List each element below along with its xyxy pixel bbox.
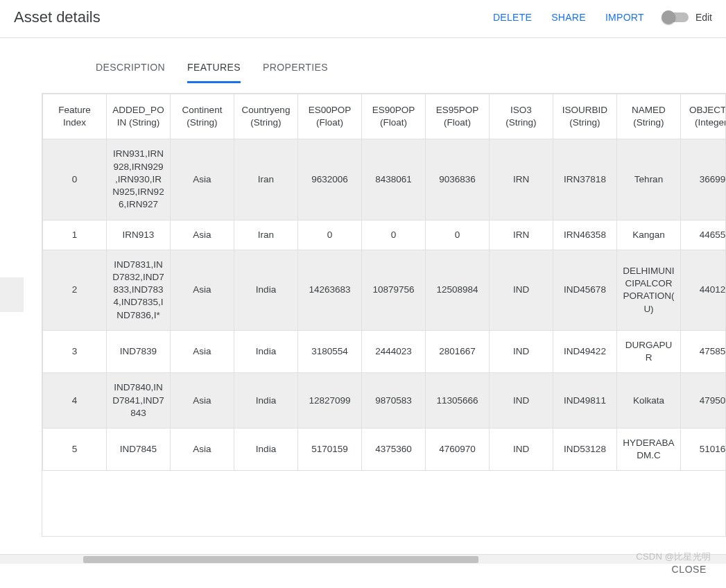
table-cell: IRN46358: [553, 220, 617, 250]
table-cell: 51016: [681, 428, 727, 470]
table-cell: Asia: [171, 139, 234, 220]
column-header: Continent (String): [171, 94, 234, 139]
dialog-header: Asset details DELETE SHARE IMPORT Edit: [0, 0, 726, 38]
table-cell: Asia: [171, 250, 234, 330]
tab-bar: DESCRIPTION FEATURES PROPERTIES: [42, 38, 726, 83]
table-head: Feature IndexADDED_POIN (String)Continen…: [43, 94, 727, 139]
table-row[interactable]: 5IND7845AsiaIndia517015943753604760970IN…: [43, 428, 727, 470]
table-cell: 0: [426, 220, 490, 250]
table-cell: 2444023: [362, 330, 426, 372]
table-cell: 4: [43, 373, 107, 429]
table-cell: India: [234, 250, 298, 330]
share-button[interactable]: SHARE: [551, 9, 586, 26]
tab-properties[interactable]: PROPERTIES: [263, 55, 328, 83]
features-table-wrap[interactable]: Feature IndexADDED_POIN (String)Continen…: [42, 93, 726, 537]
table-row[interactable]: 0IRN931,IRN928,IRN929,IRN930,IRN925,IRN9…: [43, 139, 727, 220]
table-cell: IND45678: [553, 250, 617, 330]
column-header: ADDED_POIN (String): [107, 94, 171, 139]
table-row[interactable]: 2IND7831,IND7832,IND7833,IND7834,IND7835…: [43, 250, 727, 330]
table-cell: IRN913: [107, 220, 171, 250]
table-cell: 11305666: [426, 373, 490, 429]
main-panel: DESCRIPTION FEATURES PROPERTIES Feature …: [0, 38, 726, 564]
edit-toggle[interactable]: [664, 12, 689, 22]
table-cell: 9632006: [298, 139, 362, 220]
column-header: ES95POP (Float): [426, 94, 490, 139]
table-cell: 12508984: [426, 250, 490, 330]
table-cell: 1: [43, 220, 107, 250]
edit-toggle-wrap: Edit: [664, 12, 712, 23]
tab-features[interactable]: FEATURES: [187, 55, 241, 83]
horizontal-scrollbar[interactable]: [0, 554, 726, 564]
table-row[interactable]: 3IND7839AsiaIndia318055424440232801667IN…: [43, 330, 727, 372]
column-header: Feature Index: [43, 94, 107, 139]
table-cell: 12827099: [298, 373, 362, 429]
table-row[interactable]: 1IRN913AsiaIran000IRNIRN46358Kangan44655…: [43, 220, 727, 250]
table-cell: Iran: [234, 220, 298, 250]
table-cell: 14263683: [298, 250, 362, 330]
features-table: Feature IndexADDED_POIN (String)Continen…: [42, 94, 726, 471]
table-cell: 5: [43, 428, 107, 470]
table-cell: 3180554: [298, 330, 362, 372]
table-cell: 9870583: [362, 373, 426, 429]
inner-panel: DESCRIPTION FEATURES PROPERTIES Feature …: [42, 38, 726, 564]
table-cell: 0: [43, 139, 107, 220]
table-cell: IND: [490, 373, 553, 429]
table-cell: IRN: [490, 220, 553, 250]
table-cell: Asia: [171, 428, 234, 470]
table-cell: IND49811: [553, 373, 617, 429]
table-cell: DELHIMUNICIPALCORPORATION(U): [617, 250, 681, 330]
table-cell: Iran: [234, 139, 298, 220]
column-header: ES90POP (Float): [362, 94, 426, 139]
table-cell: 44655: [681, 220, 727, 250]
scrollbar-thumb[interactable]: [83, 556, 478, 563]
table-cell: 9036836: [426, 139, 490, 220]
table-cell: DURGAPUR: [617, 330, 681, 372]
table-cell: IND7840,IND7841,IND7843: [107, 373, 171, 429]
close-button[interactable]: CLOSE: [668, 563, 711, 576]
column-header: NAMED (String): [617, 94, 681, 139]
table-cell: 44012: [681, 250, 727, 330]
column-header: ISOURBID (String): [553, 94, 617, 139]
column-header: ISO3 (String): [490, 94, 553, 139]
import-button[interactable]: IMPORT: [605, 9, 644, 26]
table-cell: HYDERABADM.C: [617, 428, 681, 470]
table-cell: India: [234, 373, 298, 429]
table-cell: India: [234, 330, 298, 372]
tab-description[interactable]: DESCRIPTION: [96, 55, 165, 83]
table-cell: Tehran: [617, 139, 681, 220]
table-cell: 10879756: [362, 250, 426, 330]
table-cell: IRN931,IRN928,IRN929,IRN930,IRN925,IRN92…: [107, 139, 171, 220]
table-row[interactable]: 4IND7840,IND7841,IND7843AsiaIndia1282709…: [43, 373, 727, 429]
table-cell: 8438061: [362, 139, 426, 220]
table-cell: IND: [490, 428, 553, 470]
table-cell: IND49422: [553, 330, 617, 372]
table-cell: 2: [43, 250, 107, 330]
table-cell: 36699: [681, 139, 727, 220]
edit-toggle-label: Edit: [695, 12, 712, 23]
table-cell: IRN37818: [553, 139, 617, 220]
table-cell: 4760970: [426, 428, 490, 470]
column-header: OBJECTID (Integer): [681, 94, 727, 139]
page-title: Asset details: [14, 8, 101, 26]
table-cell: 0: [298, 220, 362, 250]
table-cell: Asia: [171, 373, 234, 429]
header-actions: DELETE SHARE IMPORT Edit: [493, 9, 712, 26]
table-body: 0IRN931,IRN928,IRN929,IRN930,IRN925,IRN9…: [43, 139, 727, 471]
column-header: Countryeng (String): [234, 94, 298, 139]
table-cell: Asia: [171, 220, 234, 250]
table-cell: IND: [490, 330, 553, 372]
table-cell: 3: [43, 330, 107, 372]
table-cell: 5170159: [298, 428, 362, 470]
delete-button[interactable]: DELETE: [493, 9, 532, 26]
table-cell: 4375360: [362, 428, 426, 470]
table-cell: India: [234, 428, 298, 470]
table-cell: 0: [362, 220, 426, 250]
table-cell: IND7831,IND7832,IND7833,IND7834,IND7835,…: [107, 250, 171, 330]
column-header: ES00POP (Float): [298, 94, 362, 139]
toggle-thumb: [662, 10, 675, 24]
table-cell: 2801667: [426, 330, 490, 372]
table-cell: 47585: [681, 330, 727, 372]
table-cell: IND: [490, 250, 553, 330]
table-cell: Kolkata: [617, 373, 681, 429]
table-cell: Kangan: [617, 220, 681, 250]
